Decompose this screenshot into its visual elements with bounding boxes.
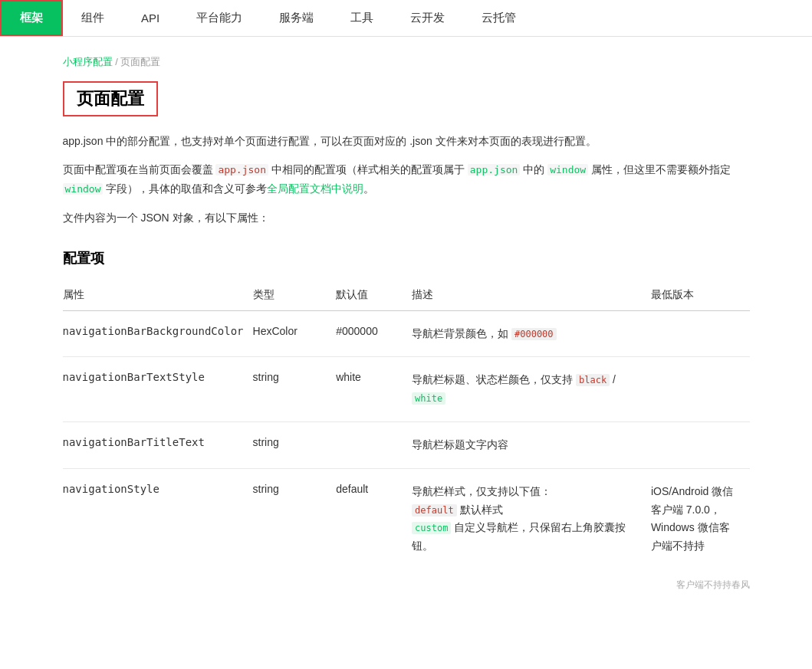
- breadcrumb-current: 页面配置: [120, 56, 160, 67]
- footer-watermark: 客户端不持持春风: [63, 579, 750, 592]
- desc-para-3: 文件内容为一个 JSON 对象，有以下属性：: [63, 208, 750, 228]
- nav-item-platform[interactable]: 平台能力: [178, 0, 261, 36]
- nav-item-cloud-host[interactable]: 云托管: [463, 0, 534, 36]
- col-header-desc: 描述: [412, 280, 651, 310]
- page-title: 页面配置: [77, 87, 144, 110]
- cell-desc: 导航栏标题、状态栏颜色，仅支持 black / white: [412, 357, 651, 422]
- breadcrumb: 小程序配置 / 页面配置: [63, 55, 750, 69]
- global-config-link[interactable]: 全局配置文档中说明: [267, 182, 363, 195]
- config-table: 属性 类型 默认值 描述 最低版本 navigationBarBackgroun…: [63, 280, 750, 569]
- col-header-prop: 属性: [63, 280, 253, 310]
- table-row: navigationBarBackgroundColor HexColor #0…: [63, 310, 750, 357]
- code-appjson-1: app.json: [215, 164, 268, 175]
- cell-prop: navigationStyle: [63, 468, 253, 569]
- table-row: navigationBarTextStyle string white 导航栏标…: [63, 357, 750, 422]
- desc-para-2: 页面中配置项在当前页面会覆盖 app.json 中相同的配置项（样式相关的配置项…: [63, 160, 750, 198]
- cell-default: [336, 421, 412, 468]
- col-header-type: 类型: [253, 280, 337, 310]
- cell-type: string: [253, 357, 337, 422]
- code-appjson-2: app.json: [468, 164, 521, 175]
- cell-desc: 导航栏背景颜色，如 #000000: [412, 310, 651, 357]
- cell-desc: 导航栏样式，仅支持以下值： default 默认样式 custom 自定义导航栏…: [412, 468, 651, 569]
- code-window-1: window: [547, 164, 588, 175]
- cell-prop: navigationBarTextStyle: [63, 357, 253, 422]
- cell-type: string: [253, 468, 337, 569]
- desc-code-black: black: [576, 374, 610, 386]
- cell-default: default: [336, 468, 412, 569]
- table-row: navigationBarTitleText string 导航栏标题文字内容: [63, 421, 750, 468]
- cell-prop: navigationBarTitleText: [63, 421, 253, 468]
- col-header-default: 默认值: [336, 280, 412, 310]
- nav-item-api[interactable]: API: [123, 0, 178, 36]
- top-nav: 框架 组件 API 平台能力 服务端 工具 云开发 云托管: [0, 0, 812, 37]
- page-title-box: 页面配置: [63, 81, 158, 116]
- col-header-version: 最低版本: [651, 280, 750, 310]
- desc-para-1: app.json 中的部分配置，也支持对单个页面进行配置，可以在页面对应的 .j…: [63, 132, 750, 151]
- desc-code-default: default: [412, 504, 457, 517]
- cell-version: [651, 357, 750, 422]
- cell-type: string: [253, 421, 337, 468]
- section-heading: 配置项: [63, 249, 750, 267]
- desc-code-white: white: [412, 392, 445, 405]
- cell-default: #000000: [336, 310, 412, 357]
- table-row: navigationStyle string default 导航栏样式，仅支持…: [63, 468, 750, 569]
- cell-version: iOS/Android 微信客户端 7.0.0，Windows 微信客户端不持持: [651, 468, 750, 569]
- cell-prop: navigationBarBackgroundColor: [63, 310, 253, 357]
- desc-code-custom: custom: [412, 522, 451, 534]
- nav-item-server[interactable]: 服务端: [261, 0, 332, 36]
- nav-item-cloud-dev[interactable]: 云开发: [392, 0, 463, 36]
- code-window-2: window: [63, 183, 104, 195]
- cell-desc: 导航栏标题文字内容: [412, 421, 651, 468]
- cell-type: HexColor: [253, 310, 337, 357]
- main-content: 小程序配置 / 页面配置 页面配置 app.json 中的部分配置，也支持对单个…: [38, 37, 774, 610]
- cell-version: [651, 310, 750, 357]
- cell-version: [651, 421, 750, 468]
- nav-item-tools[interactable]: 工具: [332, 0, 392, 36]
- nav-item-components[interactable]: 组件: [63, 0, 123, 36]
- breadcrumb-parent[interactable]: 小程序配置: [63, 56, 113, 67]
- desc-code-hex: #000000: [511, 328, 557, 340]
- cell-default: white: [336, 357, 412, 422]
- nav-item-framework[interactable]: 框架: [0, 0, 63, 36]
